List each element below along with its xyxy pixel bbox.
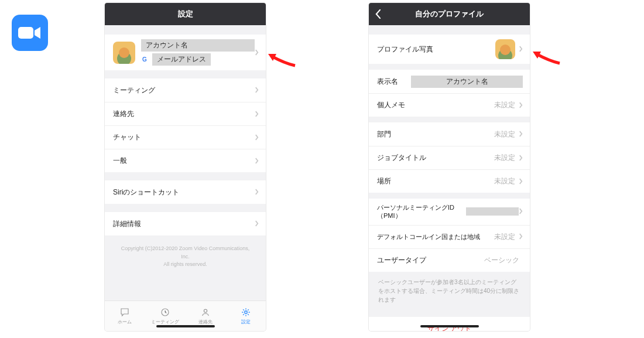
row-usertype: ユーザータイプ ベーシック <box>369 248 530 272</box>
zoom-app-icon <box>12 15 48 51</box>
chevron-right-icon <box>519 233 523 241</box>
profile-screen: 自分のプロファイル プロファイル写真 表示名 アカウント名 個人メモ 未設定 部… <box>369 3 530 331</box>
display-name-value: アカウント名 <box>411 76 523 88</box>
chevron-right-icon <box>255 157 259 165</box>
menu-siri[interactable]: Siriのショートカット <box>105 180 266 204</box>
chevron-right-icon <box>519 207 523 216</box>
person-icon <box>200 307 211 317</box>
account-email: メールアドレス <box>152 53 211 66</box>
row-callin[interactable]: デフォルトコールイン国または地域 未設定 <box>369 225 530 248</box>
gear-icon <box>240 307 252 317</box>
svg-point-3 <box>244 311 247 314</box>
signout-button[interactable]: サイン アウト <box>369 317 530 331</box>
row-display-name[interactable]: 表示名 アカウント名 <box>369 70 530 93</box>
chevron-right-icon <box>255 220 259 228</box>
header-title: 自分のプロファイル <box>415 9 484 19</box>
settings-screen: 設定 アカウント名 G メールアドレス ミーティング <box>105 3 266 331</box>
menu-details[interactable]: 詳細情報 <box>105 212 266 235</box>
annotation-arrow-icon <box>532 48 561 66</box>
chevron-right-icon <box>519 45 523 53</box>
usertype-note: ベーシックユーザーが参加者3名以上のミーティングをホストする場合、ミーティング時… <box>369 272 530 310</box>
chevron-right-icon <box>255 188 259 196</box>
clock-icon <box>159 307 171 317</box>
copyright-text: Copyright (C)2012-2020 Zoom Video Commun… <box>105 235 266 278</box>
avatar <box>495 39 515 59</box>
tab-home[interactable]: ホーム <box>105 301 145 331</box>
row-memo[interactable]: 個人メモ 未設定 <box>369 93 530 117</box>
account-name: アカウント名 <box>141 39 255 52</box>
back-button[interactable] <box>375 3 381 25</box>
row-profile-photo[interactable]: プロファイル写真 <box>369 35 530 64</box>
menu-meeting[interactable]: ミーティング <box>105 78 266 102</box>
menu-general[interactable]: 一般 <box>105 149 266 172</box>
menu-contacts[interactable]: 連絡先 <box>105 102 266 125</box>
svg-point-2 <box>204 309 207 312</box>
row-jobtitle[interactable]: ジョブタイトル 未設定 <box>369 146 530 169</box>
annotation-arrow-icon <box>267 50 296 68</box>
chat-bubble-icon <box>119 307 131 317</box>
chevron-right-icon <box>255 134 259 142</box>
avatar <box>113 42 135 64</box>
chevron-right-icon <box>255 86 259 94</box>
chevron-right-icon <box>519 154 523 162</box>
row-pmi[interactable]: パーソナルミーティングID（PMI） <box>369 199 530 225</box>
chevron-right-icon <box>519 101 523 110</box>
menu-chat[interactable]: チャット <box>105 125 266 149</box>
header: 自分のプロファイル <box>369 3 530 25</box>
header: 設定 <box>105 3 266 25</box>
row-location[interactable]: 場所 未設定 <box>369 169 530 193</box>
chevron-right-icon <box>519 177 523 186</box>
tab-settings[interactable]: 設定 <box>225 301 266 331</box>
account-row[interactable]: アカウント名 G メールアドレス <box>105 35 266 70</box>
pmi-value-masked <box>466 207 519 216</box>
google-icon: G <box>141 56 148 63</box>
chevron-right-icon <box>255 49 259 57</box>
home-indicator <box>156 325 215 327</box>
row-department[interactable]: 部門 未設定 <box>369 122 530 146</box>
home-indicator <box>420 325 479 327</box>
header-title: 設定 <box>178 9 193 19</box>
svg-rect-0 <box>18 27 33 39</box>
chevron-right-icon <box>255 110 259 118</box>
chevron-right-icon <box>519 130 523 138</box>
